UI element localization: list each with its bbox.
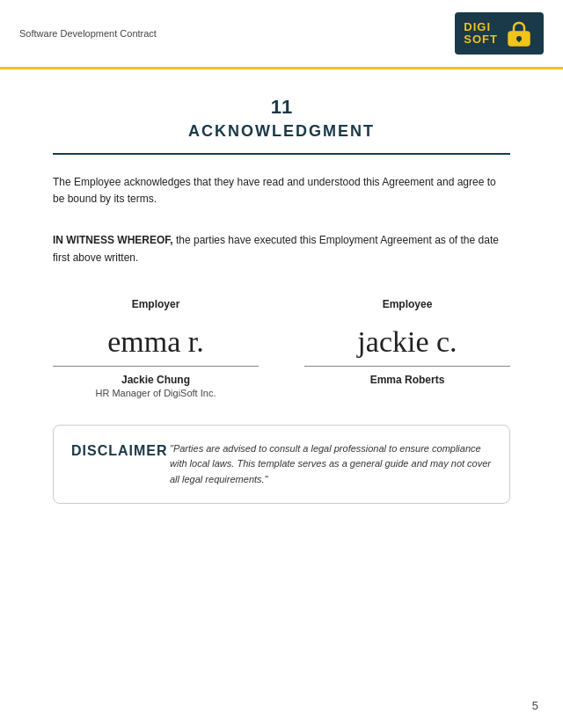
employer-signature-block: Employer emma r. Jackie Chung HR Manager… [53,298,259,398]
acknowledgment-text: The Employee acknowledges that they have… [53,174,510,207]
signatures-section: Employer emma r. Jackie Chung HR Manager… [53,298,510,398]
employee-name: Emma Roberts [370,374,445,386]
employee-sig-line [304,366,510,367]
page-number: 5 [532,699,538,712]
employee-label: Employee [383,298,433,310]
employer-signature: emma r. [107,324,204,360]
lock-icon [503,18,535,49]
employee-signature: jackie c. [357,324,457,360]
employer-role: HR Manager of DigiSoft Inc. [96,388,216,398]
section-divider [53,153,510,155]
section-title: ACKNOWLEDGMENT [53,122,510,141]
employee-signature-block: Employee jackie c. Emma Roberts [304,298,510,398]
logo-text: DIGI SOFT [464,21,498,47]
disclaimer-box: DISCLAIMER "Parties are advised to consu… [53,425,510,505]
disclaimer-label: DISCLAIMER [71,441,150,459]
section-number: 11 [53,96,510,119]
employer-name: Jackie Chung [121,374,190,386]
logo: DIGI SOFT [455,12,544,55]
employer-label: Employer [132,298,180,310]
witness-bold: IN WITNESS WHEREOF, [53,234,173,246]
logo-soft: SOFT [464,33,498,46]
page: Software Development Contract DIGI SOFT [0,0,563,728]
document-title: Software Development Contract [19,28,157,39]
disclaimer-text: "Parties are advised to consult a legal … [170,441,492,488]
employer-sig-line [53,366,259,367]
witness-text: IN WITNESS WHEREOF, the parties have exe… [53,232,510,266]
logo-digi: DIGI [464,21,498,33]
svg-rect-4 [518,39,520,42]
main-content: 11 ACKNOWLEDGMENT The Employee acknowled… [0,69,563,530]
header: Software Development Contract DIGI SOFT [0,0,563,69]
